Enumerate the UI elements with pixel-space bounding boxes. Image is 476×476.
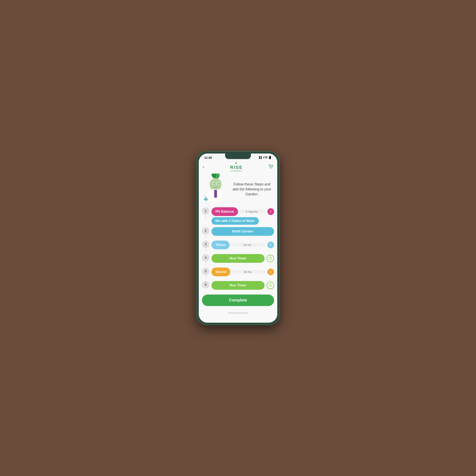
step-1-sub-label: Mix with 1 Gallon of Water	[211, 217, 259, 225]
home-bar	[228, 313, 248, 313]
step-row: 4 Run Timer	[202, 254, 274, 265]
step-2-bar-row: Refill Garden	[211, 227, 274, 236]
step-row: 1 PH Balance 2 Squirts i Mix with 1 Gall…	[202, 207, 274, 225]
step-2-bar: Refill Garden	[211, 227, 274, 236]
step-5-amount: 10 mL	[230, 270, 265, 273]
step-2-line	[205, 235, 206, 238]
hero-section: ✦ Follow these Steps and add the followi…	[199, 173, 277, 207]
phone-screen: 11:25 ▌▌ LTE ▐▌ ‹ RISE GARDENS	[199, 153, 277, 323]
svg-point-9	[217, 183, 218, 184]
step-1-bar-row: PH Balance 2 Squirts i	[211, 207, 274, 216]
step-5-bar-row: Sprout 10 mL i	[211, 268, 274, 276]
step-2-number-col: 2	[202, 227, 209, 238]
step-3-bar-row: Thrive 10 mL i	[211, 240, 274, 249]
step-6-number-col: 6	[202, 281, 209, 289]
step-4-timer-button[interactable]	[267, 255, 274, 262]
hero-text: Follow these Steps and add the following…	[230, 182, 273, 197]
timer-icon	[268, 256, 272, 260]
step-6-timer-button[interactable]	[267, 282, 274, 289]
step-4-bar: Run Timer	[211, 254, 265, 263]
notch	[225, 153, 251, 159]
step-4-content: Run Timer	[211, 254, 274, 263]
step-3-info-button[interactable]: i	[267, 241, 274, 248]
step-4-number-col: 4	[202, 254, 209, 265]
step-2-number: 2	[202, 227, 209, 235]
app-header: ‹ RISE GARDENS	[199, 160, 277, 173]
step-6-bar: Run Timer	[211, 281, 265, 290]
step-3-amount: 10 mL	[229, 243, 265, 247]
mascot-image: ✦	[203, 173, 228, 205]
step-1-number-col: 1	[202, 207, 209, 218]
network-label: LTE	[263, 156, 268, 159]
complete-label: Complete	[229, 298, 247, 303]
step-1-info-button[interactable]: i	[267, 208, 274, 215]
step-5-number: 5	[202, 268, 209, 275]
step-3-content: Thrive 10 mL i	[211, 240, 274, 249]
step-1-number: 1	[202, 207, 209, 215]
svg-rect-12	[214, 190, 217, 198]
step-1-label: PH Balance	[211, 207, 238, 216]
step-1-line	[205, 215, 206, 218]
logo: RISE GARDENS	[230, 162, 243, 172]
step-4-bar-row: Run Timer	[211, 254, 274, 263]
svg-point-11	[218, 183, 218, 184]
step-row: 2 Refill Garden	[202, 227, 274, 238]
step-3-bar: Thrive 10 mL	[211, 240, 265, 249]
step-5-info-button[interactable]: i	[267, 269, 274, 275]
svg-point-8	[213, 183, 214, 184]
status-icons: ▌▌ LTE ▐▌	[259, 156, 272, 159]
step-5-number-col: 5	[202, 268, 209, 279]
step-6-bar-row: Run Timer	[211, 281, 274, 290]
step-1-content: PH Balance 2 Squirts i Mix with 1 Gallon…	[211, 207, 274, 225]
step-2-content: Refill Garden	[211, 227, 274, 236]
step-5-content: Sprout 10 mL i	[211, 268, 274, 276]
home-indicator	[199, 310, 277, 316]
step-1-amount: 2 Squirts	[238, 210, 265, 213]
steps-container: 1 PH Balance 2 Squirts i Mix with 1 Gall…	[199, 207, 277, 293]
step-3-number-col: 3	[202, 240, 209, 252]
complete-button[interactable]: Complete	[202, 294, 274, 306]
step-5-line	[205, 275, 206, 279]
step-6-content: Run Timer	[211, 281, 274, 290]
step-6-number: 6	[202, 281, 209, 289]
logo-main: RISE	[230, 165, 243, 170]
svg-point-5	[210, 178, 221, 191]
signal-icon: ▌▌	[259, 156, 262, 159]
step-4-line	[205, 262, 206, 265]
svg-point-10	[214, 183, 214, 184]
step-row: 5 Sprout 10 mL i	[202, 268, 274, 279]
svg-point-1	[272, 168, 272, 168]
step-row: 3 Thrive 10 mL i	[202, 240, 274, 252]
svg-point-0	[270, 168, 271, 168]
logo-leaf-icon	[235, 162, 238, 165]
timer-icon	[268, 283, 272, 287]
svg-text:✦: ✦	[204, 194, 205, 197]
cart-icon	[269, 164, 273, 169]
step-4-number: 4	[202, 254, 209, 262]
step-5-label: Sprout	[211, 268, 230, 276]
step-3-number: 3	[202, 240, 209, 248]
logo-sub: GARDENS	[231, 170, 242, 172]
step-row: 6 Run Timer	[202, 281, 274, 290]
step-3-label: Thrive	[211, 240, 229, 249]
app-content: ‹ RISE GARDENS	[199, 160, 277, 323]
phone-frame: 11:25 ▌▌ LTE ▐▌ ‹ RISE GARDENS	[196, 151, 280, 325]
step-3-line	[205, 249, 206, 252]
step-5-bar: Sprout 10 mL	[211, 268, 265, 276]
back-button[interactable]: ‹	[203, 164, 204, 170]
status-time: 11:25	[204, 156, 212, 159]
battery-icon: ▐▌	[268, 156, 272, 159]
step-1-bar: PH Balance 2 Squirts	[211, 207, 265, 216]
cart-button[interactable]	[269, 164, 273, 170]
